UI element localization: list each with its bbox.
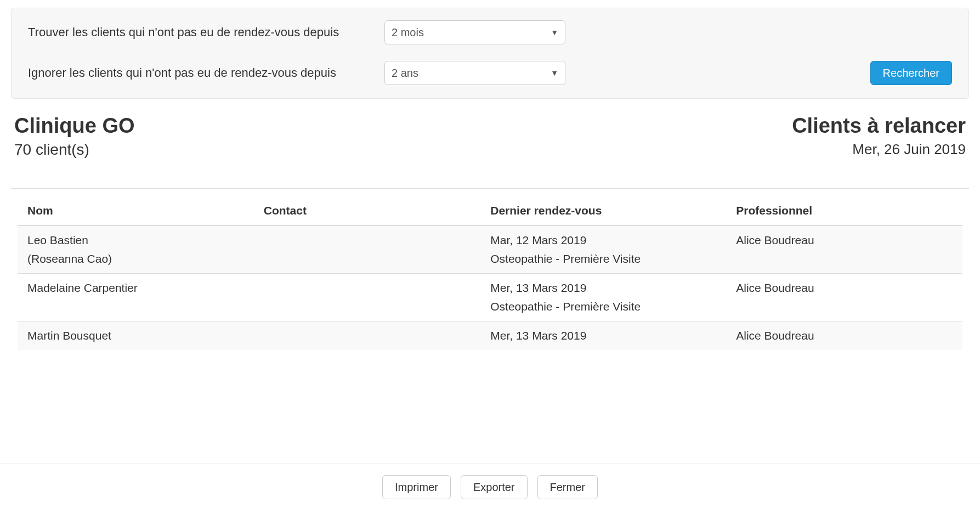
cell-professional: Alice Boudreau <box>726 321 962 351</box>
client-name: Madelaine Carpentier <box>27 281 138 294</box>
client-name: Leo Bastien <box>27 234 88 246</box>
filter-controls: Trouver les clients qui n'ont pas eu de … <box>28 20 565 85</box>
table-header-row: Nom Contact Dernier rendez-vous Professi… <box>18 196 962 225</box>
caret-down-icon: ▼ <box>551 69 558 77</box>
cell-name: Leo Bastien (Roseanna Cao) <box>18 225 254 274</box>
col-header-name: Nom <box>18 196 254 225</box>
report-date: Mer, 26 Juin 2019 <box>792 141 966 158</box>
cell-last-appt: Mar, 12 Mars 2019 Osteopathie - Première… <box>480 225 726 274</box>
table-row: Leo Bastien (Roseanna Cao) Mar, 12 Mars … <box>18 225 962 274</box>
filter-row-ignore: Ignorer les clients qui n'ont pas eu de … <box>28 61 565 85</box>
clients-table: Nom Contact Dernier rendez-vous Professi… <box>18 196 962 350</box>
filter-panel: Trouver les clients qui n'ont pas eu de … <box>11 8 969 99</box>
client-name-sub: (Roseanna Cao) <box>27 252 244 266</box>
filter-ignore-value: 2 ans <box>392 67 418 80</box>
cell-professional: Alice Boudreau <box>726 225 962 274</box>
filter-find-select[interactable]: 2 mois ▼ <box>384 20 565 44</box>
col-header-professional: Professionnel <box>726 196 962 225</box>
report-header-left: Clinique GO 70 client(s) <box>14 114 135 159</box>
close-button[interactable]: Fermer <box>537 475 598 499</box>
report-title: Clients à relancer <box>792 114 966 138</box>
client-name: Martin Bousquet <box>27 329 111 342</box>
col-header-last-appt: Dernier rendez-vous <box>480 196 726 225</box>
filter-actions: Rechercher <box>870 61 952 85</box>
last-appt-service: Osteopathie - Première Visite <box>490 300 716 313</box>
page-root: Trouver les clients qui n'ont pas eu de … <box>0 8 980 508</box>
clinic-name: Clinique GO <box>14 114 135 138</box>
filter-find-label: Trouver les clients qui n'ont pas eu de … <box>28 25 352 39</box>
table-row: Martin Bousquet Mer, 13 Mars 2019 Alice … <box>18 321 962 351</box>
search-button[interactable]: Rechercher <box>870 61 952 85</box>
cell-name: Martin Bousquet <box>18 321 254 351</box>
cell-contact <box>254 225 481 274</box>
cell-contact <box>254 321 481 351</box>
report-header: Clinique GO 70 client(s) Clients à relan… <box>11 114 969 159</box>
cell-contact <box>254 274 481 321</box>
last-appt-date: Mer, 13 Mars 2019 <box>490 281 586 294</box>
section-divider <box>11 188 969 189</box>
print-button[interactable]: Imprimer <box>382 475 451 499</box>
last-appt-date: Mer, 13 Mars 2019 <box>490 329 586 342</box>
caret-down-icon: ▼ <box>551 28 558 37</box>
filter-ignore-select[interactable]: 2 ans ▼ <box>384 61 565 85</box>
col-header-contact: Contact <box>254 196 481 225</box>
filter-find-value: 2 mois <box>392 26 424 39</box>
cell-last-appt: Mer, 13 Mars 2019 <box>480 321 726 351</box>
footer-toolbar: Imprimer Exporter Fermer <box>0 464 980 508</box>
filter-row-find: Trouver les clients qui n'ont pas eu de … <box>28 20 565 44</box>
cell-professional: Alice Boudreau <box>726 274 962 321</box>
cell-last-appt: Mer, 13 Mars 2019 Osteopathie - Première… <box>480 274 726 321</box>
table-row: Madelaine Carpentier Mer, 13 Mars 2019 O… <box>18 274 962 321</box>
last-appt-service: Osteopathie - Première Visite <box>490 252 716 266</box>
client-count: 70 client(s) <box>14 141 135 159</box>
cell-name: Madelaine Carpentier <box>18 274 254 321</box>
report-header-right: Clients à relancer Mer, 26 Juin 2019 <box>792 114 966 158</box>
filter-ignore-label: Ignorer les clients qui n'ont pas eu de … <box>28 66 352 80</box>
export-button[interactable]: Exporter <box>461 475 528 499</box>
last-appt-date: Mar, 12 Mars 2019 <box>490 234 586 246</box>
